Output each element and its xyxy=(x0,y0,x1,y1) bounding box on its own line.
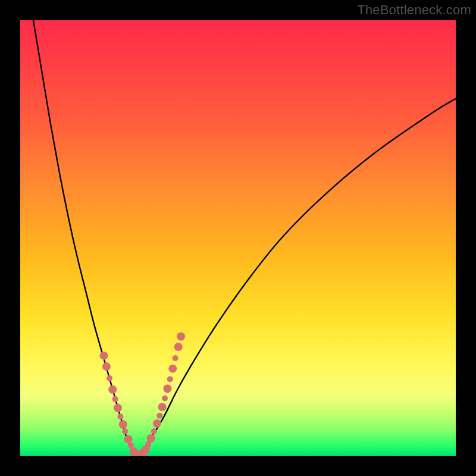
chart-svg xyxy=(20,20,456,456)
data-dot xyxy=(117,414,123,419)
data-dot xyxy=(167,376,173,382)
left-curve xyxy=(33,20,138,456)
data-dot xyxy=(156,413,162,419)
data-dot xyxy=(100,352,108,360)
watermark-text: TheBottleneck.com xyxy=(357,2,471,18)
data-dot xyxy=(112,396,118,402)
data-dot xyxy=(173,355,178,361)
data-dot xyxy=(162,395,168,401)
data-dot xyxy=(102,362,111,371)
data-dot xyxy=(177,332,185,340)
data-dot xyxy=(107,375,112,381)
data-dot xyxy=(147,434,155,443)
chart-frame: TheBottleneck.com xyxy=(0,0,476,476)
data-dot xyxy=(124,435,133,443)
data-dot xyxy=(153,419,161,428)
data-dot xyxy=(108,386,117,394)
data-dot xyxy=(122,428,128,434)
data-dot xyxy=(174,343,183,351)
data-dot xyxy=(114,403,122,412)
data-dot xyxy=(119,420,127,428)
data-dot xyxy=(151,428,157,434)
data-dots xyxy=(100,332,186,456)
plot-area xyxy=(20,20,456,456)
data-dot xyxy=(168,365,177,373)
data-dot xyxy=(158,403,167,411)
right-curve xyxy=(138,99,456,456)
data-dot xyxy=(163,384,171,393)
